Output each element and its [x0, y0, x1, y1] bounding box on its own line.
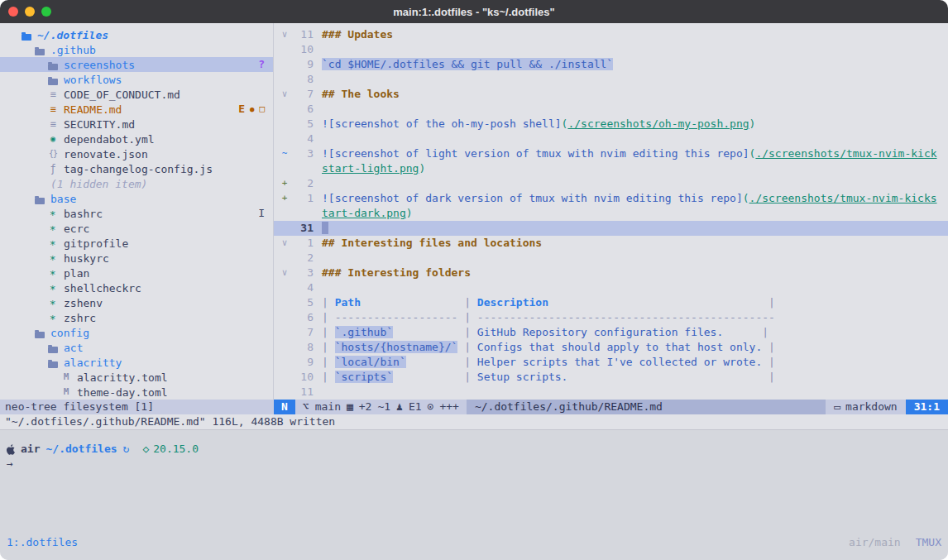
diagnostics-icon: ♟	[396, 400, 403, 414]
editor-line[interactable]: 6	[274, 102, 948, 117]
neotree-panel[interactable]: ~/.dotfiles.githubscreenshots?workflows≡…	[0, 23, 274, 400]
editor-panel[interactable]: ∨11### Updates 10 9`cd $HOME/.dotfiles &…	[274, 23, 948, 400]
editor-line[interactable]: 8| `hosts/{hostname}/` | Configs that sh…	[274, 340, 948, 355]
gutter-sign	[279, 117, 290, 132]
tree-item-screenshots[interactable]: screenshots?	[0, 57, 273, 72]
editor-line[interactable]: 4	[274, 280, 948, 295]
syntax-fg: Configs that should apply to that host o…	[477, 341, 762, 353]
line-text: | ------------------- | ----------------…	[322, 310, 775, 325]
editor-line[interactable]: 10	[274, 42, 948, 57]
minimize-button[interactable]	[25, 7, 35, 17]
titlebar: main:1:.dotfiles - "ks~/.dotfiles"	[0, 0, 948, 23]
git-status-segment: ⌥ main ▦ +2 ~1 ♟ E1 ⊙ +++	[295, 400, 467, 414]
tree-item-config[interactable]: config	[0, 325, 273, 340]
editor-line[interactable]: ~3![screenshot of light version of tmux …	[274, 146, 948, 176]
gutter-sign	[279, 295, 290, 310]
tree-item-ecrc[interactable]: ∗ecrc	[0, 221, 273, 236]
star-icon: ∗	[46, 295, 60, 310]
editor-line[interactable]: +1![screenshot of dark version of tmux w…	[274, 191, 948, 221]
editor-line[interactable]: +2	[274, 176, 948, 191]
folder-open-icon	[20, 30, 33, 41]
editor-line[interactable]: 31	[274, 221, 948, 236]
line-text: | `scripts` | Setup scripts. |	[322, 370, 775, 385]
line-number: 31	[290, 221, 314, 236]
toml-icon: M	[60, 385, 73, 400]
syntax-pipe: |	[406, 356, 477, 368]
js-icon: ƒ	[46, 161, 60, 176]
syntax-th: Description	[477, 296, 548, 309]
editor-line[interactable]: 8	[274, 72, 948, 87]
git-branch-label: main	[315, 400, 341, 414]
editor-line[interactable]: ∨7## The looks	[274, 87, 948, 102]
close-button[interactable]	[8, 7, 18, 17]
tree-item-alacritty[interactable]: alacritty	[0, 355, 273, 370]
tree-item-workflows[interactable]: workflows	[0, 72, 273, 87]
tree-item-label: workflows	[64, 74, 122, 86]
tree-item-zshenv[interactable]: ∗zshenv	[0, 295, 273, 310]
tmux-window-label[interactable]: 1:.dotfiles	[7, 535, 78, 550]
tree-item-1-hidden-item[interactable]: (1 hidden item)	[0, 176, 273, 191]
tree-item-plan[interactable]: ∗plan	[0, 266, 273, 280]
gutter-sign	[279, 385, 290, 400]
tree-item-label: CODE_OF_CONDUCT.md	[64, 89, 180, 101]
editor-line[interactable]: 11	[274, 385, 948, 400]
tree-item-label: config	[50, 327, 89, 339]
tree-item-huskyrc[interactable]: ∗huskyrc	[0, 251, 273, 266]
tree-item-security-md[interactable]: ≡SECURITY.md	[0, 117, 273, 132]
editor-line[interactable]: 7| `.github` | GitHub Repository configu…	[274, 325, 948, 340]
shell-pane[interactable]: air ~/.dotfiles ↻ ◇20.15.0 → 1:.dotfiles…	[0, 429, 948, 560]
tree-item-label: .github	[50, 44, 96, 56]
editor-line[interactable]: 9`cd $HOME/.dotfiles && git pull && ./in…	[274, 57, 948, 72]
tree-item-label: zshrc	[64, 312, 96, 324]
folder-icon	[46, 60, 60, 70]
line-number: 7	[290, 325, 314, 340]
tree-item-zshrc[interactable]: ∗zshrc	[0, 310, 273, 325]
editor-line[interactable]: 5![screenshot of the oh-my-posh shell](.…	[274, 117, 948, 132]
editor-line[interactable]: 10| `scripts` | Setup scripts. |	[274, 370, 948, 385]
editor-line[interactable]: 9| `local/bin` | Helper scripts that I'v…	[274, 355, 948, 370]
tree-item-label: (1 hidden item)	[50, 178, 147, 190]
editor-line[interactable]: ∨3### Interesting folders	[274, 266, 948, 280]
syntax-pipe: |	[361, 296, 477, 309]
line-number: 7	[290, 87, 314, 102]
editor-line[interactable]: 4	[274, 132, 948, 146]
tree-item-theme-day-toml[interactable]: Mtheme-day.toml	[0, 385, 273, 400]
node-version: 20.15.0	[153, 443, 199, 455]
editor-line[interactable]: 5| Path | Description |	[274, 295, 948, 310]
tree-item-alacritty-toml[interactable]: Malacritty.toml	[0, 370, 273, 385]
tmux-right-status: air/main TMUX	[849, 535, 941, 550]
fullscreen-button[interactable]	[41, 7, 51, 17]
tree-item-base[interactable]: base	[0, 191, 273, 206]
diff-added: +2	[359, 400, 372, 414]
line-number: 11	[290, 27, 314, 42]
syntax-code: `scripts`	[335, 371, 393, 383]
line-number: 5	[290, 117, 314, 132]
gutter-sign	[279, 280, 290, 295]
syntax-pipe: |	[548, 296, 775, 309]
tree-item-shellcheckrc[interactable]: ∗shellcheckrc	[0, 280, 273, 295]
syntax-pipe: |	[762, 341, 775, 353]
tree-item-code-of-conduct-md[interactable]: ≡CODE_OF_CONDUCT.md	[0, 87, 273, 102]
tree-badge-e: E	[238, 102, 245, 117]
tree-item-tag-changelog-config-js[interactable]: ƒtag-changelog-config.js	[0, 161, 273, 176]
editor-line[interactable]: ∨1## Interesting files and locations	[274, 236, 948, 251]
line-text: ![screenshot of the oh-my-posh shell](./…	[322, 117, 755, 132]
tree-item-bashrc[interactable]: ∗bashrcI	[0, 206, 273, 221]
tree-item-github[interactable]: .github	[0, 42, 273, 57]
tree-item-gitprofile[interactable]: ∗gitprofile	[0, 236, 273, 251]
tree-item-readme-md[interactable]: ≡README.mdE●□	[0, 102, 273, 117]
tree-item-act[interactable]: act	[0, 340, 273, 355]
tmux-statusbar: 1:.dotfiles air/main TMUX	[7, 535, 941, 550]
file-icon: ≡	[46, 87, 60, 102]
editor-line[interactable]: ∨11### Updates	[274, 27, 948, 42]
tmux-session-label: air/main	[849, 535, 901, 550]
tree-item-renovate-json[interactable]: {}renovate.json	[0, 146, 273, 161]
editor-line[interactable]: 6| ------------------- | ---------------…	[274, 310, 948, 325]
syntax-fg: GitHub Repository configuration files.	[477, 326, 723, 338]
syntax-code: `local/bin`	[335, 356, 406, 368]
tree-item-dependabot-yml[interactable]: ◉dependabot.yml	[0, 132, 273, 146]
line-text: | `local/bin` | Helper scripts that I've…	[322, 355, 775, 370]
gutter-sign	[279, 42, 290, 57]
editor-line[interactable]: 2	[274, 251, 948, 266]
tree-item-dotfiles[interactable]: ~/.dotfiles	[0, 27, 273, 42]
